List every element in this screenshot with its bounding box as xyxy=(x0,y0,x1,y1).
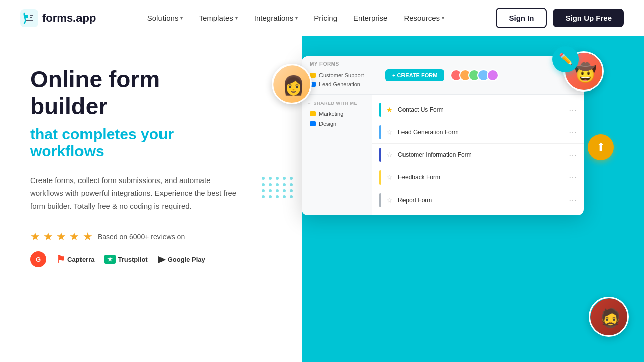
trustpilot-label: Trustpilot xyxy=(118,256,147,263)
share-button[interactable]: ⬆ xyxy=(588,134,614,160)
hero-content: Online form builder that completes your … xyxy=(0,36,262,288)
dashboard-mockup: MY FORMS Customer Support Lead Generatio… xyxy=(302,56,584,215)
signup-button[interactable]: Sign Up Free xyxy=(553,9,624,27)
star-5: ★ xyxy=(83,230,93,243)
form-item-lead[interactable]: ☆ Lead Generation Form ⋯ xyxy=(372,121,584,144)
more-options-icon[interactable]: ⋯ xyxy=(569,150,577,160)
shared-with-me-section: ↔ SHARED WITH ME Marketing Design xyxy=(307,101,367,129)
chevron-icon: ▾ xyxy=(442,15,444,21)
color-bar-blue xyxy=(379,125,381,139)
mockup-toolbar: + CREATE FORM xyxy=(385,69,576,81)
form-name: Customer Information Form xyxy=(398,151,564,158)
form-item-customer[interactable]: ☆ Customer Information Form ⋯ xyxy=(372,144,584,166)
mockup-sidebar-header: MY FORMS Customer Support Lead Generatio… xyxy=(310,61,380,89)
color-bar-navy xyxy=(379,148,381,162)
form-item-contact[interactable]: ★ Contact Us Form ⋯ xyxy=(372,99,584,121)
signin-button[interactable]: Sign In xyxy=(496,8,547,28)
nav-resources[interactable]: Resources ▾ xyxy=(397,10,450,26)
more-options-icon[interactable]: ⋯ xyxy=(569,196,577,205)
mockup-header: MY FORMS Customer Support Lead Generatio… xyxy=(302,56,584,95)
nav-templates[interactable]: Templates ▾ xyxy=(193,10,244,26)
google-play-badge: ▶ Google Play xyxy=(158,254,205,265)
my-forms-label: MY FORMS xyxy=(310,61,375,67)
create-form-button[interactable]: + CREATE FORM xyxy=(385,69,444,81)
avatar-group xyxy=(453,69,499,81)
trustpilot-badge: ★ Trustpilot xyxy=(104,255,147,264)
star-4: ★ xyxy=(69,230,79,243)
logo-icon xyxy=(20,9,38,27)
avatar-5 xyxy=(487,69,499,81)
trustpilot-icon: ★ xyxy=(104,255,116,264)
more-options-icon[interactable]: ⋯ xyxy=(569,128,577,137)
form-name: Report Form xyxy=(398,197,564,204)
navbar: forms.app Solutions ▾ Templates ▾ Integr… xyxy=(0,0,644,36)
form-name: Contact Us Form xyxy=(398,106,564,113)
color-bar-teal xyxy=(379,103,381,117)
avatar-bearded: 🧔 xyxy=(589,297,629,337)
star-rating: ★ ★ ★ ★ ★ Based on 6000+ reviews on xyxy=(30,230,242,243)
nav-pricing[interactable]: Pricing xyxy=(308,10,343,26)
nav-links: Solutions ▾ Templates ▾ Integrations ▾ P… xyxy=(141,10,450,26)
more-options-icon[interactable]: ⋯ xyxy=(569,105,577,115)
nav-enterprise[interactable]: Enterprise xyxy=(347,10,393,26)
color-bar-gold xyxy=(379,170,381,185)
form-name: Lead Generation Form xyxy=(398,129,564,136)
folder-lead-generation: Lead Generation xyxy=(310,80,375,89)
logo[interactable]: forms.app xyxy=(20,9,96,27)
logo-text: forms.app xyxy=(42,12,96,25)
form-name: Feedback Form xyxy=(398,174,564,181)
color-bar-gray xyxy=(379,193,381,207)
hero-description: Create forms, collect form submissions, … xyxy=(30,174,242,213)
avatar-woman: 👩 xyxy=(272,64,312,104)
gplay-icon: ▶ xyxy=(158,254,165,265)
hero-section: Online form builder that completes your … xyxy=(0,36,644,362)
star-icon: ☆ xyxy=(386,151,393,159)
chevron-icon: ▾ xyxy=(180,15,183,21)
form-item-feedback[interactable]: ☆ Feedback Form ⋯ xyxy=(372,166,584,189)
pencil-button[interactable]: ✏️ xyxy=(552,46,579,72)
chevron-icon: ▾ xyxy=(235,15,238,21)
folder-marketing-icon xyxy=(310,111,316,116)
nav-actions: Sign In Sign Up Free xyxy=(496,8,624,28)
shared-label: ↔ SHARED WITH ME xyxy=(307,101,367,106)
more-options-icon[interactable]: ⋯ xyxy=(569,173,577,183)
star-2: ★ xyxy=(43,230,53,243)
star-icon: ☆ xyxy=(386,196,393,204)
nav-solutions[interactable]: Solutions ▾ xyxy=(141,10,189,26)
gplay-label: Google Play xyxy=(168,256,205,263)
g2-badge: G xyxy=(30,251,46,267)
star-active-icon: ★ xyxy=(386,106,393,114)
form-item-report[interactable]: ☆ Report Form ⋯ xyxy=(372,189,584,211)
svg-rect-0 xyxy=(20,9,38,27)
star-icon: ☆ xyxy=(386,128,393,136)
star-1: ★ xyxy=(30,230,40,243)
capterra-icon: ⚑ xyxy=(56,253,65,265)
capterra-label: Capterra xyxy=(67,256,94,263)
folder-marketing[interactable]: Marketing xyxy=(307,109,367,119)
chevron-icon: ▾ xyxy=(295,15,298,21)
folder-customer-support: Customer Support xyxy=(310,71,375,80)
capterra-badge: ⚑ Capterra xyxy=(56,253,94,265)
star-3: ★ xyxy=(56,230,66,243)
hero-right: ✏️ ⬆ 👩 🤠 🧔 MY FORMS xyxy=(252,36,644,362)
hero-subtitle: that completes your workflows xyxy=(30,126,242,160)
hero-title: Online form builder xyxy=(30,66,242,120)
nav-integrations[interactable]: Integrations ▾ xyxy=(248,10,304,26)
review-badges: G ⚑ Capterra ★ Trustpilot ▶ Google Play xyxy=(30,251,242,267)
star-icon: ☆ xyxy=(386,173,393,182)
mockup-sidebar: ↔ SHARED WITH ME Marketing Design xyxy=(302,95,372,215)
folder-design[interactable]: Design xyxy=(307,119,367,129)
mockup-body: ↔ SHARED WITH ME Marketing Design xyxy=(302,95,584,215)
forms-list: ★ Contact Us Form ⋯ ☆ Lead Generation Fo… xyxy=(372,95,584,215)
folder-design-icon xyxy=(310,121,316,126)
g2-icon: G xyxy=(30,251,46,267)
review-text: Based on 6000+ reviews on xyxy=(98,233,185,241)
